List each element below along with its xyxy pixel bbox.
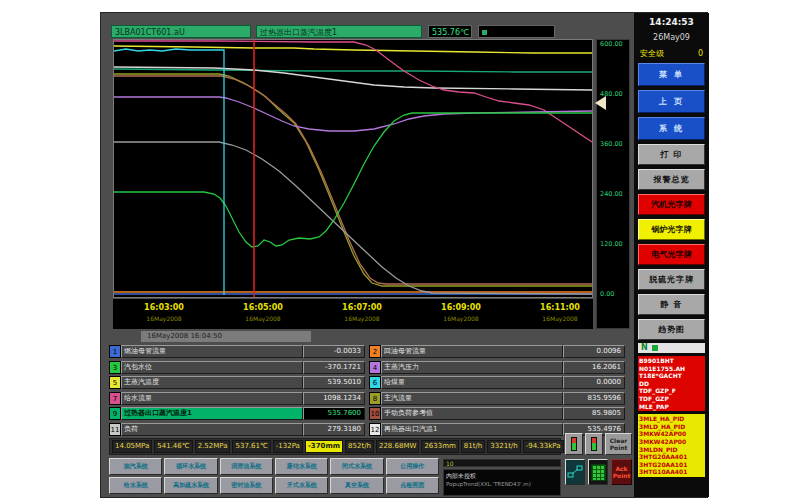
sidebar-button[interactable]: 报警总览 [638, 169, 705, 190]
alarm-page-strip: N [638, 343, 705, 353]
sidebar-button[interactable]: 汽机光字牌 [638, 194, 705, 215]
date-tick-label: 16May2008 [245, 315, 280, 322]
pen-label: 主汽流量 [381, 392, 563, 405]
value-scale[interactable]: 600.00480.00360.00240.00120.000.00 [596, 39, 630, 329]
alarm-tag: 3MKW42AP00 [639, 438, 704, 446]
status-value: 2.52MPa [195, 440, 231, 453]
legend-row[interactable]: 3汽包水位-370.1721 [109, 361, 365, 374]
nav-button[interactable]: 循环水系统 [164, 458, 217, 475]
status-value: -370mm [305, 440, 343, 453]
trend-curves [114, 40, 592, 297]
nav-button[interactable]: 开式水系统 [275, 477, 328, 494]
nav-button[interactable]: 润滑油系统 [220, 458, 273, 475]
alarm-tag: 3HTG20AA401 [639, 453, 704, 461]
trend-description-field[interactable]: 过热器出口蒸汽温度1 [256, 25, 422, 38]
pen-value: 1098.1234 [303, 392, 365, 405]
trend-plot[interactable] [113, 39, 593, 298]
pen-indicator-button-2[interactable] [585, 433, 603, 455]
ack-point-button[interactable]: Ack Point [611, 459, 632, 485]
legend-row[interactable]: 7给水流量1098.1234 [109, 392, 365, 405]
alarm-tag: MLE_PAP [639, 403, 704, 411]
sidebar-button[interactable]: 系 统 [638, 117, 705, 140]
alarm-n-icon: N [641, 343, 648, 353]
sidebar-button[interactable]: 静 音 [638, 294, 705, 315]
nav-button[interactable]: 公用操作 [386, 458, 439, 475]
grid-view-button[interactable] [588, 459, 608, 485]
sidebar-button[interactable]: 脱硫光字牌 [638, 269, 705, 290]
legend-row[interactable]: 2回油母管流量0.0096 [369, 345, 625, 358]
nav-button[interactable]: 真空系统 [330, 477, 383, 494]
alarm-tag: B9901BHT [639, 357, 704, 365]
pen-label: 过热器出口蒸汽温度1 [121, 407, 303, 420]
command-box[interactable]: 内部未授权 PopupTrend(XXL.'TREND43'.m) [443, 469, 561, 496]
nav-button-grid: 抽汽系统循环水系统润滑油系统凝结水系统闭式水系统公用操作给水系统高加疏水系统密封… [109, 458, 439, 496]
security-label: 安全级 [640, 47, 664, 60]
link-tool-button[interactable] [565, 459, 585, 485]
status-value: 228.68MW [376, 440, 419, 453]
pen-value: 279.3180 [303, 423, 365, 436]
clock: 14:24:53 [638, 16, 705, 29]
trend-aux-field[interactable] [478, 25, 555, 38]
date: 26May09 [638, 32, 705, 44]
trend-curve-pen-6 [114, 49, 224, 295]
gauge-icon [571, 437, 577, 451]
alarm-list-yellow[interactable]: 3MLE_HA_PID3MLD_HA_PID3MKW42AP003MKW42AP… [638, 414, 705, 477]
sidebar-button[interactable]: 打 印 [638, 144, 705, 165]
sidebar-button[interactable]: 上 页 [638, 90, 705, 113]
pen-label: 给煤量 [381, 376, 563, 389]
date-tick-label: 16May2008 [146, 315, 181, 322]
legend-column-right: 2回油母管流量0.00964主蒸汽压力16.20616给煤量0.00008主汽流… [369, 345, 625, 437]
time-tick-label: 16:07:00 [342, 303, 382, 312]
status-value: 81t/h [461, 440, 485, 453]
sidebar-button[interactable]: 锅炉光字牌 [638, 219, 705, 240]
alarm-tag: DD [639, 380, 704, 388]
alarm-tag: 3HTG20AA101 [639, 461, 704, 469]
trend-tag-field[interactable]: 3LBA01CT601.aU [111, 25, 251, 38]
trend-current-value: 535.76℃ [428, 25, 472, 38]
trend-curve-pen-7 [114, 41, 592, 142]
time-tick-label: 16:03:00 [144, 303, 184, 312]
pen-indicator-button-1[interactable] [565, 433, 583, 455]
status-value: 541.46℃ [154, 440, 192, 453]
legend-row[interactable]: 11负荷279.3180 [109, 423, 365, 436]
sidebar-button[interactable]: 菜 单 [638, 63, 705, 86]
security-level-value: 0 [698, 47, 703, 60]
nav-button[interactable]: 闭式水系统 [330, 458, 383, 475]
time-tick-label: 16:09:00 [441, 303, 481, 312]
nav-button[interactable]: 密封油系统 [220, 477, 273, 494]
legend-row[interactable]: 8主汽流量835.9596 [369, 392, 625, 405]
nav-button[interactable]: 点检画面 [386, 477, 439, 494]
legend-row[interactable]: 6给煤量0.0000 [369, 376, 625, 389]
alarm-square-icon [652, 345, 658, 351]
scale-tick-label: 360.00 [600, 140, 623, 148]
legend-row[interactable]: 5主蒸汽温度539.5010 [109, 376, 365, 389]
alarm-list-red[interactable]: B9901BHTN01E1755.AHT18E*GACHTDDTDF_GZP_F… [638, 356, 705, 411]
nav-button[interactable]: 给水系统 [109, 477, 162, 494]
gauge-icon [591, 437, 597, 451]
pen-label: 主蒸汽温度 [121, 376, 303, 389]
alarm-tag: 3MLE_HA_PID [639, 415, 704, 423]
nav-button[interactable]: 抽汽系统 [109, 458, 162, 475]
pen-label: 汽包水位 [121, 361, 303, 374]
pen-color-chip: 7 [109, 392, 121, 405]
legend-row[interactable]: 4主蒸汽压力16.2061 [369, 361, 625, 374]
legend-row[interactable]: 9过热器出口蒸汽温度1535.7600 [109, 407, 365, 420]
scale-tick-label: 600.00 [600, 40, 623, 48]
trend-main-area: 3LBA01CT601.aU 过热器出口蒸汽温度1 535.76℃ 16:03:… [101, 13, 634, 497]
pen-color-chip: 10 [369, 407, 381, 420]
nav-button[interactable]: 高加疏水系统 [164, 477, 217, 494]
nav-button[interactable]: 凝结水系统 [275, 458, 328, 475]
status-value: 2633mm [421, 440, 458, 453]
alarm-tag: T18E*GACHT [639, 372, 704, 380]
legend-row[interactable]: 10手动负荷参考值85.9805 [369, 407, 625, 420]
scale-tick-label: 240.00 [600, 190, 623, 198]
clear-point-button[interactable]: Clear Point [605, 433, 632, 455]
sidebar-button[interactable]: 趋势图 [638, 319, 705, 340]
sidebar-button-stack: 菜 单上 页系 统打 印报警总览汽机光字牌锅炉光字牌电气光字牌脱硫光字牌静 音趋… [638, 63, 705, 340]
sidebar-button[interactable]: 电气光字牌 [638, 244, 705, 265]
scale-marker-icon[interactable] [595, 96, 606, 110]
pen-color-chip: 6 [369, 376, 381, 389]
legend-row[interactable]: 1燃油母管流量-0.0033 [109, 345, 365, 358]
status-value: 3321t/h [487, 440, 520, 453]
trend-curve-pen-9 [114, 69, 592, 72]
